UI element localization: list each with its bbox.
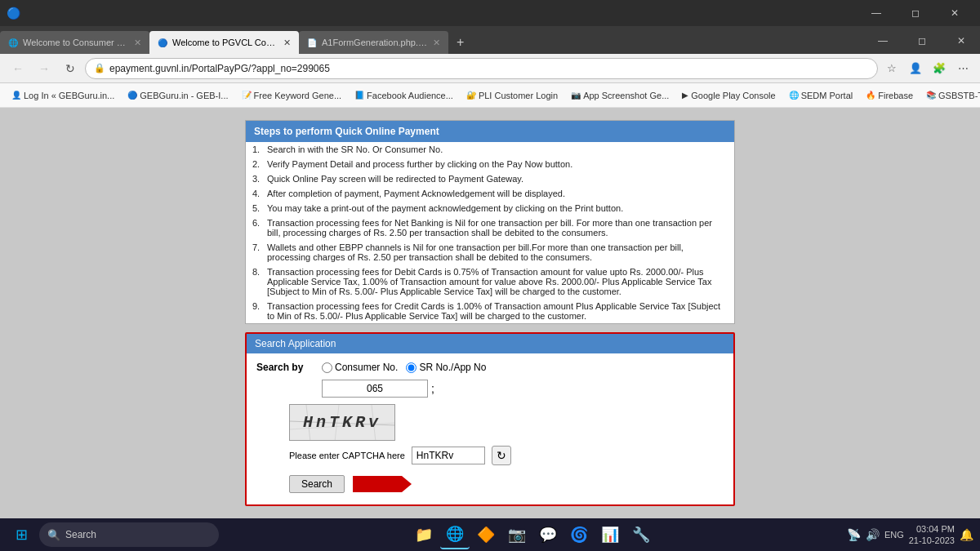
step-6-num: 6. (252, 218, 267, 238)
taskbar-right: 📡 🔊 ENG 03:04 PM 21-10-2023 🔔 (847, 523, 973, 547)
profile-icon[interactable]: 👤 (905, 58, 926, 79)
search-body: Search by Consumer No. SR No./App No (247, 353, 733, 504)
taskbar-explorer[interactable]: 📁 (409, 520, 439, 549)
tray-volume-icon[interactable]: 🔊 (866, 528, 880, 541)
tab-2[interactable]: 🔵 Welcome to PGVCL Consumer W... ✕ (149, 31, 299, 54)
bookmark-1[interactable]: 🔵 GEBGuru.in - GEB-I... (122, 89, 233, 102)
colon-separator: ; (431, 382, 434, 395)
page-container: Steps to perform Quick Online Payment 1.… (245, 120, 735, 506)
bookmark-2[interactable]: 📝 Free Keyword Gene... (237, 89, 347, 102)
captcha-refresh-button[interactable]: ↻ (492, 446, 511, 465)
bookmark-3[interactable]: 📘 Facebook Audience... (350, 89, 458, 102)
address-bar[interactable]: 🔒 epayment.guvnl.in/PortalPayPG/?appl_no… (85, 58, 878, 79)
step-7-num: 7. (252, 242, 267, 262)
tab-1-close[interactable]: ✕ (134, 38, 141, 48)
step-7-text: Wallets and other EBPP channels is Nil f… (267, 242, 728, 262)
minimize-button[interactable]: — (858, 0, 895, 26)
bookmark-6-label: Google Play Console (691, 91, 775, 100)
step-9-text: Transaction processing fees for Credit C… (267, 301, 728, 321)
bookmark-5[interactable]: 📷 App Screenshot Ge... (566, 89, 674, 102)
taskbar-app-6[interactable]: 🌀 (564, 520, 594, 549)
language-indicator[interactable]: ENG (884, 530, 904, 540)
captcha-section: HnTKRv Please enter CAPTCHA here ↻ (256, 404, 724, 465)
taskbar-search-icon: 🔍 (47, 529, 60, 541)
bookmark-5-label: App Screenshot Ge... (583, 91, 669, 100)
step-3-text: Quick Online Pay screen will be redirect… (267, 174, 728, 184)
step-1-text: Search in with the SR No. Or Consumer No… (267, 144, 728, 154)
browser-icon: 🔵 (7, 7, 20, 20)
refresh-button[interactable]: ↻ (59, 57, 82, 80)
taskbar-app-4[interactable]: 📷 (502, 520, 532, 549)
bookmark-8-label: Firebase (878, 91, 913, 100)
radio-consumer[interactable] (322, 362, 332, 373)
tab-1[interactable]: 🌐 Welcome to Consumer Web Po... ✕ (0, 31, 149, 54)
taskbar-app-5[interactable]: 💬 (533, 520, 563, 549)
taskbar-app-3[interactable]: 🔶 (471, 520, 501, 549)
taskbar-edge[interactable]: 🌐 (440, 520, 470, 549)
back-button[interactable]: ← (7, 57, 29, 80)
bookmark-1-favicon: 🔵 (127, 91, 137, 100)
search-button[interactable]: Search (289, 475, 345, 493)
clock[interactable]: 03:04 PM 21-10-2023 (909, 523, 955, 547)
tab-2-favicon: 🔵 (158, 38, 167, 47)
restore-button[interactable]: ◻ (897, 0, 934, 26)
tab-3-close[interactable]: ✕ (433, 38, 440, 48)
tray-network-icon[interactable]: 📡 (847, 528, 861, 541)
new-tab-button[interactable]: + (448, 31, 472, 54)
bookmark-8-favicon: 🔥 (866, 91, 875, 100)
captcha-label: Please enter CAPTCHA here (289, 451, 405, 460)
step-6: 6. Transaction processing fees for Net B… (246, 216, 734, 240)
bookmark-0[interactable]: 👤 Log In « GEBGuru.in... (7, 89, 119, 102)
bookmark-7[interactable]: 🌐 SEDM Portal (784, 89, 858, 102)
bookmark-2-label: Free Keyword Gene... (254, 91, 342, 100)
steps-table: Steps to perform Quick Online Payment 1.… (245, 120, 735, 324)
step-6-text: Transaction processing fees for Net Bank… (267, 218, 728, 238)
taskbar-apps: 📁 🌐 🔶 📷 💬 🌀 📊 🔧 (222, 520, 844, 549)
settings-icon[interactable]: ⋯ (952, 58, 973, 79)
search-by-label: Search by (256, 362, 322, 373)
step-2: 2. Verify Payment Detail and process fur… (246, 157, 734, 171)
step-3-num: 3. (252, 174, 267, 184)
step-8: 8. Transaction processing fees for Debit… (246, 264, 734, 299)
arrow-decoration (353, 476, 402, 492)
captcha-input[interactable] (412, 447, 485, 464)
search-button-row: Search (256, 472, 724, 496)
search-by-row: Search by Consumer No. SR No./App No (256, 362, 724, 373)
step-4-text: After completion of payment, Payment Ack… (267, 189, 728, 198)
minimize-button-2[interactable]: — (864, 28, 902, 54)
extensions-icon[interactable]: 🧩 (929, 58, 950, 79)
start-button[interactable]: ⊞ (7, 520, 36, 549)
bookmark-6-favicon: ▶ (682, 91, 688, 100)
radio-consumer-label: Consumer No. (335, 362, 398, 373)
taskbar-search-box[interactable]: 🔍 Search (39, 522, 219, 547)
restore-button-2[interactable]: ◻ (903, 28, 941, 54)
tab-3[interactable]: 📄 A1FormGeneration.php.pdf ✕ (299, 31, 448, 54)
step-8-text: Transaction processing fees for Debit Ca… (267, 267, 728, 296)
window-controls: — ◻ ✕ (858, 0, 973, 26)
close-button[interactable]: ✕ (936, 0, 973, 26)
taskbar-app-8[interactable]: 🔧 (626, 520, 656, 549)
captcha-row: Please enter CAPTCHA here ↻ (289, 446, 724, 465)
bookmark-7-favicon: 🌐 (789, 91, 799, 100)
bookmark-0-label: Log In « GEBGuru.in... (24, 91, 114, 100)
bookmark-icon[interactable]: ☆ (881, 58, 902, 79)
tab-2-close[interactable]: ✕ (283, 38, 291, 48)
step-9: 9. Transaction processing fees for Credi… (246, 299, 734, 323)
radio-consumer-item[interactable]: Consumer No. (322, 362, 398, 373)
close-button-2[interactable]: ✕ (942, 28, 980, 54)
forward-button[interactable]: → (33, 57, 56, 80)
tab-1-favicon: 🌐 (8, 38, 18, 47)
red-arrow (353, 476, 402, 492)
bookmark-6[interactable]: ▶ Google Play Console (677, 89, 780, 102)
notification-icon[interactable]: 🔔 (960, 528, 973, 541)
radio-sr[interactable] (406, 362, 416, 373)
bookmark-3-favicon: 📘 (354, 91, 364, 100)
bookmark-9[interactable]: 📚 GSBSTB-TEXTBOOK (921, 89, 980, 102)
sr-number-input[interactable] (322, 380, 428, 398)
step-7: 7. Wallets and other EBPP channels is Ni… (246, 240, 734, 264)
tab-1-label: Welcome to Consumer Web Po... (23, 38, 129, 47)
bookmark-8[interactable]: 🔥 Firebase (861, 89, 918, 102)
radio-sr-item[interactable]: SR No./App No (406, 362, 486, 373)
bookmark-4[interactable]: 🔐 PLI Customer Login (461, 89, 563, 102)
taskbar-app-7[interactable]: 📊 (595, 520, 625, 549)
